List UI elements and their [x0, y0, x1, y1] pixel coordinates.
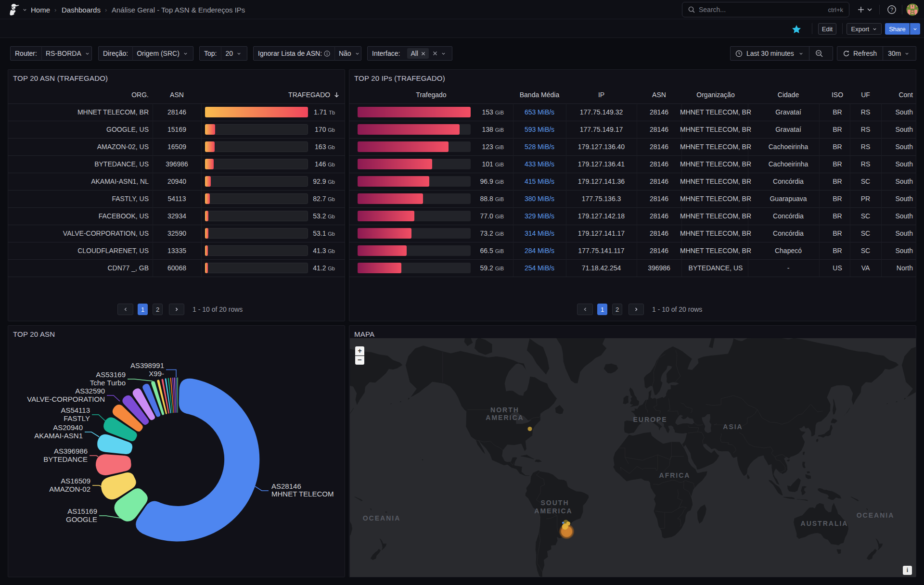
svg-text:X99-: X99- — [149, 369, 164, 378]
svg-text:AS54113: AS54113 — [61, 406, 90, 414]
svg-text:OCEANIA: OCEANIA — [857, 511, 895, 519]
svg-text:AMERICA: AMERICA — [534, 507, 572, 515]
svg-text:AMERICA: AMERICA — [486, 414, 524, 421]
svg-text:AKAMAI-ASN1: AKAMAI-ASN1 — [34, 432, 83, 440]
svg-text:AS53169: AS53169 — [96, 370, 126, 379]
svg-text:BYTEDANCE: BYTEDANCE — [43, 455, 88, 463]
svg-text:AS32590: AS32590 — [75, 387, 105, 395]
svg-text:AS396986: AS396986 — [54, 447, 88, 455]
svg-text:ASIA: ASIA — [723, 423, 743, 431]
svg-text:AMAZON-02: AMAZON-02 — [49, 485, 90, 493]
svg-text:AS20940: AS20940 — [53, 423, 83, 432]
svg-text:SOUTH: SOUTH — [541, 499, 569, 507]
svg-text:FASTLY: FASTLY — [64, 414, 90, 422]
svg-text:?: ? — [890, 7, 893, 13]
svg-text:AS15169: AS15169 — [67, 507, 97, 515]
svg-text:EUROPE: EUROPE — [633, 416, 667, 423]
svg-text:MHNET TELECOM: MHNET TELECOM — [271, 490, 334, 498]
svg-text:Tche Turbo: Tche Turbo — [90, 379, 126, 387]
svg-text:AFRICA: AFRICA — [659, 471, 691, 479]
svg-text:GOOGLE: GOOGLE — [66, 515, 97, 523]
svg-text:OCEANIA: OCEANIA — [363, 514, 401, 522]
svg-text:AS28146: AS28146 — [271, 482, 301, 490]
svg-text:NORTH: NORTH — [490, 406, 519, 414]
svg-text:AUSTRALIA: AUSTRALIA — [801, 520, 848, 527]
svg-text:AS16509: AS16509 — [61, 477, 90, 485]
svg-text:AS398991: AS398991 — [130, 361, 164, 369]
svg-text:VALVE-CORPORATION: VALVE-CORPORATION — [27, 395, 105, 403]
